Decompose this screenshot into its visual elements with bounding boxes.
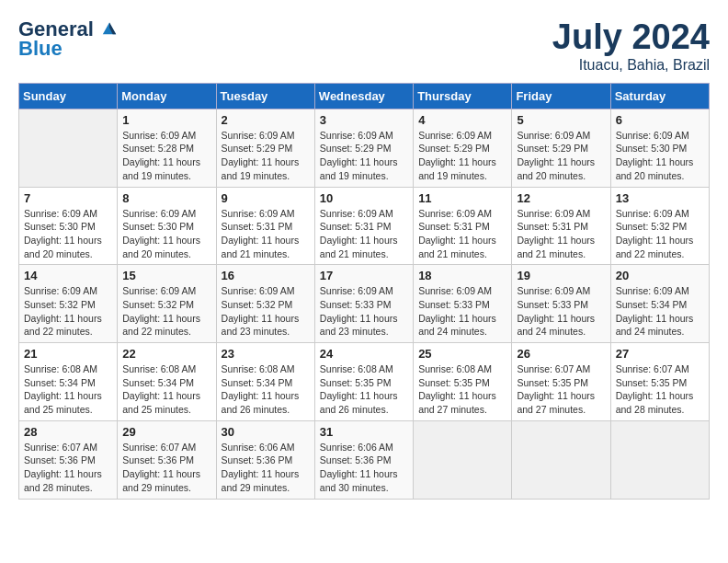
day-detail: Sunrise: 6:09 AM Sunset: 5:31 PM Dayligh… <box>418 207 506 261</box>
calendar-cell: 6Sunrise: 6:09 AM Sunset: 5:30 PM Daylig… <box>610 109 709 187</box>
day-number: 9 <box>222 191 310 205</box>
day-number: 25 <box>418 347 506 361</box>
day-number: 14 <box>24 269 112 282</box>
day-detail: Sunrise: 6:09 AM Sunset: 5:31 PM Dayligh… <box>222 207 310 261</box>
day-detail: Sunrise: 6:09 AM Sunset: 5:34 PM Dayligh… <box>616 284 704 339</box>
day-number: 17 <box>320 269 408 282</box>
calendar-cell: 29Sunrise: 6:07 AM Sunset: 5:36 PM Dayli… <box>118 420 216 499</box>
calendar-cell: 5Sunrise: 6:09 AM Sunset: 5:29 PM Daylig… <box>512 109 610 187</box>
day-detail: Sunrise: 6:06 AM Sunset: 5:36 PM Dayligh… <box>320 441 408 495</box>
day-number: 11 <box>418 191 506 205</box>
day-number: 2 <box>222 113 310 127</box>
title-block: July 2024 Ituacu, Bahia, Brazil <box>552 18 710 74</box>
day-number: 22 <box>122 347 210 361</box>
calendar-cell: 22Sunrise: 6:08 AM Sunset: 5:34 PM Dayli… <box>118 343 216 421</box>
day-detail: Sunrise: 6:09 AM Sunset: 5:30 PM Dayligh… <box>616 129 704 183</box>
calendar-table: SundayMondayTuesdayWednesdayThursdayFrid… <box>18 83 710 500</box>
calendar-cell: 20Sunrise: 6:09 AM Sunset: 5:34 PM Dayli… <box>610 265 709 343</box>
day-number: 12 <box>517 191 605 205</box>
location: Ituacu, Bahia, Brazil <box>552 57 710 74</box>
day-header-saturday: Saturday <box>610 83 709 109</box>
day-header-monday: Monday <box>118 83 216 109</box>
calendar-cell: 18Sunrise: 6:09 AM Sunset: 5:33 PM Dayli… <box>414 265 512 343</box>
calendar-cell: 1Sunrise: 6:09 AM Sunset: 5:28 PM Daylig… <box>118 109 216 187</box>
calendar-cell: 31Sunrise: 6:06 AM Sunset: 5:36 PM Dayli… <box>314 420 413 499</box>
logo-icon <box>101 19 118 36</box>
day-number: 28 <box>24 425 112 439</box>
day-number: 5 <box>517 113 605 127</box>
day-header-tuesday: Tuesday <box>216 83 314 109</box>
day-detail: Sunrise: 6:09 AM Sunset: 5:32 PM Dayligh… <box>616 207 704 261</box>
day-number: 3 <box>320 113 408 127</box>
day-detail: Sunrise: 6:09 AM Sunset: 5:29 PM Dayligh… <box>222 129 310 183</box>
calendar-cell: 25Sunrise: 6:08 AM Sunset: 5:35 PM Dayli… <box>414 343 512 421</box>
day-detail: Sunrise: 6:08 AM Sunset: 5:35 PM Dayligh… <box>418 362 506 417</box>
day-detail: Sunrise: 6:09 AM Sunset: 5:29 PM Dayligh… <box>418 129 506 183</box>
week-row-5: 28Sunrise: 6:07 AM Sunset: 5:36 PM Dayli… <box>19 420 710 499</box>
calendar-cell: 21Sunrise: 6:08 AM Sunset: 5:34 PM Dayli… <box>19 343 118 421</box>
days-header-row: SundayMondayTuesdayWednesdayThursdayFrid… <box>19 83 710 109</box>
day-detail: Sunrise: 6:09 AM Sunset: 5:31 PM Dayligh… <box>517 207 605 261</box>
day-number: 20 <box>616 269 704 282</box>
calendar-cell <box>414 420 512 499</box>
day-detail: Sunrise: 6:07 AM Sunset: 5:36 PM Dayligh… <box>24 441 112 495</box>
week-row-2: 7Sunrise: 6:09 AM Sunset: 5:30 PM Daylig… <box>19 187 710 265</box>
day-number: 10 <box>320 191 408 205</box>
day-detail: Sunrise: 6:09 AM Sunset: 5:30 PM Dayligh… <box>24 207 112 261</box>
calendar-cell: 11Sunrise: 6:09 AM Sunset: 5:31 PM Dayli… <box>414 187 512 265</box>
day-detail: Sunrise: 6:06 AM Sunset: 5:36 PM Dayligh… <box>222 441 310 495</box>
day-number: 18 <box>418 269 506 282</box>
calendar-cell: 30Sunrise: 6:06 AM Sunset: 5:36 PM Dayli… <box>216 420 314 499</box>
day-number: 16 <box>222 269 310 282</box>
week-row-3: 14Sunrise: 6:09 AM Sunset: 5:32 PM Dayli… <box>19 265 710 343</box>
day-number: 15 <box>122 269 210 282</box>
page-header: General Blue July 2024 Ituacu, Bahia, Br… <box>18 18 710 74</box>
week-row-4: 21Sunrise: 6:08 AM Sunset: 5:34 PM Dayli… <box>19 343 710 421</box>
calendar-cell: 13Sunrise: 6:09 AM Sunset: 5:32 PM Dayli… <box>610 187 709 265</box>
calendar-cell: 10Sunrise: 6:09 AM Sunset: 5:31 PM Dayli… <box>314 187 413 265</box>
day-number: 24 <box>320 347 408 361</box>
day-header-thursday: Thursday <box>414 83 512 109</box>
day-detail: Sunrise: 6:09 AM Sunset: 5:31 PM Dayligh… <box>320 207 408 261</box>
calendar-cell: 15Sunrise: 6:09 AM Sunset: 5:32 PM Dayli… <box>118 265 216 343</box>
logo: General Blue <box>18 18 118 61</box>
day-detail: Sunrise: 6:09 AM Sunset: 5:32 PM Dayligh… <box>24 284 112 339</box>
month-title: July 2024 <box>552 18 710 57</box>
calendar-cell <box>19 109 118 187</box>
day-detail: Sunrise: 6:09 AM Sunset: 5:29 PM Dayligh… <box>517 129 605 183</box>
calendar-cell: 19Sunrise: 6:09 AM Sunset: 5:33 PM Dayli… <box>512 265 610 343</box>
day-detail: Sunrise: 6:09 AM Sunset: 5:32 PM Dayligh… <box>222 284 310 339</box>
day-number: 8 <box>122 191 210 205</box>
day-detail: Sunrise: 6:07 AM Sunset: 5:35 PM Dayligh… <box>517 362 605 417</box>
day-number: 6 <box>616 113 704 127</box>
day-number: 7 <box>24 191 112 205</box>
calendar-cell: 16Sunrise: 6:09 AM Sunset: 5:32 PM Dayli… <box>216 265 314 343</box>
day-number: 30 <box>222 425 310 439</box>
day-number: 27 <box>616 347 704 361</box>
week-row-1: 1Sunrise: 6:09 AM Sunset: 5:28 PM Daylig… <box>19 109 710 187</box>
day-detail: Sunrise: 6:07 AM Sunset: 5:35 PM Dayligh… <box>616 362 704 417</box>
day-number: 31 <box>320 425 408 439</box>
day-header-sunday: Sunday <box>19 83 118 109</box>
calendar-cell <box>610 420 709 499</box>
calendar-cell: 28Sunrise: 6:07 AM Sunset: 5:36 PM Dayli… <box>19 420 118 499</box>
calendar-cell: 14Sunrise: 6:09 AM Sunset: 5:32 PM Dayli… <box>19 265 118 343</box>
day-detail: Sunrise: 6:09 AM Sunset: 5:28 PM Dayligh… <box>122 129 210 183</box>
day-number: 4 <box>418 113 506 127</box>
calendar-cell: 27Sunrise: 6:07 AM Sunset: 5:35 PM Dayli… <box>610 343 709 421</box>
day-number: 23 <box>222 347 310 361</box>
day-header-friday: Friday <box>512 83 610 109</box>
calendar-cell: 17Sunrise: 6:09 AM Sunset: 5:33 PM Dayli… <box>314 265 413 343</box>
day-detail: Sunrise: 6:09 AM Sunset: 5:32 PM Dayligh… <box>122 284 210 339</box>
calendar-cell: 24Sunrise: 6:08 AM Sunset: 5:35 PM Dayli… <box>314 343 413 421</box>
day-number: 26 <box>517 347 605 361</box>
calendar-cell: 26Sunrise: 6:07 AM Sunset: 5:35 PM Dayli… <box>512 343 610 421</box>
day-detail: Sunrise: 6:09 AM Sunset: 5:33 PM Dayligh… <box>320 284 408 339</box>
calendar-cell: 9Sunrise: 6:09 AM Sunset: 5:31 PM Daylig… <box>216 187 314 265</box>
day-number: 1 <box>122 113 210 127</box>
calendar-cell <box>512 420 610 499</box>
calendar-cell: 8Sunrise: 6:09 AM Sunset: 5:30 PM Daylig… <box>118 187 216 265</box>
day-detail: Sunrise: 6:09 AM Sunset: 5:30 PM Dayligh… <box>122 207 210 261</box>
calendar-cell: 2Sunrise: 6:09 AM Sunset: 5:29 PM Daylig… <box>216 109 314 187</box>
day-detail: Sunrise: 6:08 AM Sunset: 5:34 PM Dayligh… <box>122 362 210 417</box>
